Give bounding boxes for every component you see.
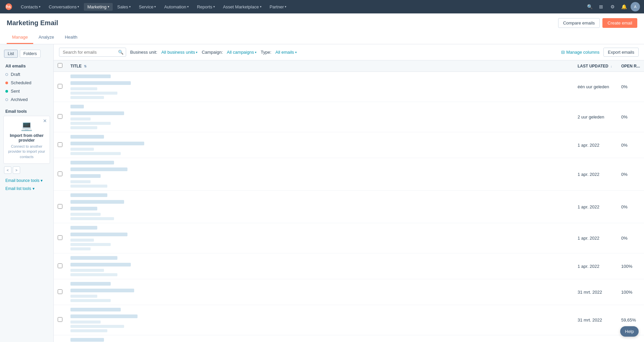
last-updated-cell: 31 mrt. 2022 [574,279,617,305]
page-header: Marketing Email Compare emails Create em… [0,13,644,44]
chevron-down-icon: ▾ [255,51,257,54]
last-updated-cell: 1 apr. 2022 [574,132,617,158]
compare-emails-button[interactable]: Compare emails [558,18,600,28]
chevron-down-icon: ▾ [187,5,189,8]
table-row[interactable]: 1 apr. 20220% [54,223,644,253]
sidebar-item-draft[interactable]: Draft [0,70,53,79]
hubspot-logo[interactable]: hs [4,2,13,11]
last-updated-cell: 1 apr. 2022 [574,223,617,253]
manage-columns-button[interactable]: ⊟ Manage columns [561,50,599,55]
columns-icon: ⊟ [561,50,565,55]
open-rate-cell: 100% [617,279,644,305]
campaign-label: Campaign: [202,50,223,55]
row-checkbox[interactable] [58,263,62,268]
folders-view-button[interactable]: Folders [20,50,41,58]
select-all-checkbox[interactable] [58,63,62,68]
nav-partner[interactable]: Partner ▾ [266,3,290,11]
nav-conversations[interactable]: Conversations ▾ [45,3,83,11]
sidebar-item-archived[interactable]: Archived [0,95,53,104]
open-rate-col-header[interactable]: OPEN R... [617,60,644,72]
row-checkbox[interactable] [58,289,62,294]
title-col-header[interactable]: TITLE ⇅ [66,60,574,72]
chevron-down-icon: ▾ [108,5,109,8]
settings-icon[interactable]: ⚙ [608,2,617,11]
tab-health[interactable]: Health [59,31,83,44]
search-input[interactable] [59,48,126,57]
export-emails-button[interactable]: Export emails [603,48,639,57]
tab-manage[interactable]: Manage [7,31,33,44]
search-wrap: 🔍 [59,48,126,57]
tab-analyze[interactable]: Analyze [33,31,59,44]
table-row[interactable]: 31 mrt. 2022100% [54,335,644,342]
email-list-tools-link[interactable]: Email list tools ▾ [0,185,53,193]
sidebar-view-toggle: List Folders [0,50,53,62]
create-email-button[interactable]: Create email [602,18,637,28]
row-checkbox[interactable] [58,172,62,176]
nav-sales[interactable]: Sales ▾ [114,3,135,11]
row-checkbox[interactable] [58,235,62,240]
type-dropdown[interactable]: All emails ▾ [275,50,297,55]
emails-table: TITLE ⇅ LAST UPDATED ↓ OPEN R... één uur… [54,60,644,342]
chevron-down-icon: ▾ [213,5,215,8]
draft-status-dot [5,73,8,76]
nav-asset-marketplace[interactable]: Asset Marketplace ▾ [220,3,265,11]
table-row[interactable]: 31 mrt. 202259,65% [54,305,644,335]
table-row[interactable]: 1 apr. 20220% [54,158,644,191]
page-actions: Compare emails Create email [558,18,637,28]
avatar[interactable]: A [631,2,640,11]
list-view-button[interactable]: List [4,50,18,58]
sidebar-label-scheduled: Scheduled [11,80,31,85]
nav-automation[interactable]: Automation ▾ [161,3,192,11]
business-unit-dropdown[interactable]: All business units ▾ [161,50,198,55]
sidebar-label-archived: Archived [11,97,28,102]
campaign-dropdown[interactable]: All campaigns ▾ [227,50,257,55]
sent-status-dot [5,90,8,93]
row-checkbox[interactable] [58,204,62,209]
close-card-icon[interactable]: ✕ [43,118,47,124]
table-row[interactable]: 31 mrt. 2022100% [54,279,644,305]
chevron-down-icon: ▾ [41,178,43,183]
sidebar-item-sent[interactable]: Sent [0,87,53,95]
open-rate-cell: 100% [617,253,644,279]
row-checkbox[interactable] [58,84,62,89]
open-rate-cell: 0% [617,132,644,158]
nav-contacts[interactable]: Contacts ▾ [17,3,44,11]
bell-icon[interactable]: 🔔 [619,2,629,11]
main-tabs: Manage Analyze Health [7,31,637,44]
chevron-down-icon: ▾ [154,5,156,8]
sort-icon: ⇅ [84,64,87,68]
business-unit-label: Business unit: [130,50,157,55]
row-checkbox[interactable] [58,114,62,119]
last-updated-col-header[interactable]: LAST UPDATED ↓ [574,60,617,72]
row-checkbox[interactable] [58,142,62,147]
email-bounce-tools-link[interactable]: Email bounce tools ▾ [0,177,53,185]
chevron-down-icon: ▾ [196,51,198,54]
type-label: Type: [261,50,271,55]
sidebar-item-scheduled[interactable]: Scheduled [0,79,53,87]
table-row[interactable]: 2 uur geleden0% [54,102,644,132]
help-button[interactable]: Help [620,326,639,337]
carousel-buttons: < > [0,164,53,177]
sidebar-label-all-emails: All emails [5,63,26,68]
carousel-prev-button[interactable]: < [4,166,11,174]
open-rate-cell: 0% [617,158,644,191]
search-icon[interactable]: 🔍 [585,2,594,11]
chevron-down-icon: ▾ [260,5,262,8]
table-row[interactable]: 1 apr. 20220% [54,191,644,223]
nav-reports[interactable]: Reports ▾ [194,3,218,11]
sidebar-item-all-emails[interactable]: All emails [0,62,53,70]
table-row[interactable]: 1 apr. 2022100% [54,253,644,279]
grid-icon[interactable]: ⊞ [596,2,606,11]
tools-card-desc: Connect to another provider to import yo… [7,144,46,159]
row-checkbox[interactable] [58,317,62,322]
table-body: één uur geleden0%2 uur geleden0%1 apr. 2… [54,72,644,342]
table-row[interactable]: één uur geleden0% [54,72,644,102]
table-row[interactable]: 1 apr. 20220% [54,132,644,158]
chevron-down-icon: ▾ [295,51,297,54]
last-updated-cell: 31 mrt. 2022 [574,335,617,342]
nav-marketing[interactable]: Marketing ▾ [84,3,112,11]
carousel-next-button[interactable]: > [13,166,20,174]
nav-service[interactable]: Service ▾ [136,3,159,11]
last-updated-cell: één uur geleden [574,72,617,102]
chevron-down-icon: ▾ [129,5,131,8]
